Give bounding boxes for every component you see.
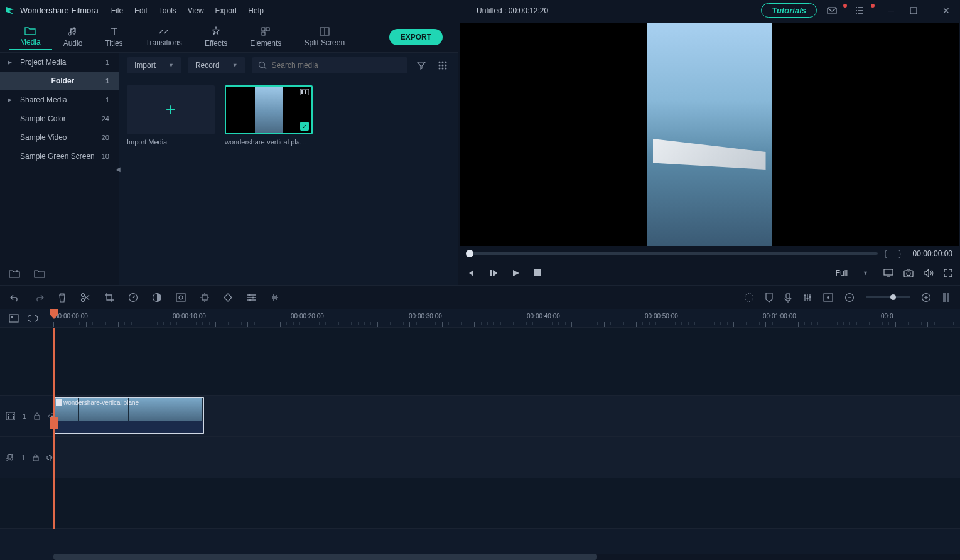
timeline-settings-icon[interactable]	[9, 314, 19, 323]
media-clip-card[interactable]: ✓ wondershare-vertical pla...	[225, 85, 313, 146]
crop-icon[interactable]	[104, 293, 114, 303]
scrollbar-thumb[interactable]	[53, 554, 597, 560]
tab-media[interactable]: Media	[9, 24, 52, 50]
tab-audio[interactable]: Audio	[52, 24, 94, 50]
menu-file[interactable]: File	[111, 6, 123, 15]
audio-mixer-icon[interactable]	[803, 293, 812, 303]
undo-icon[interactable]	[10, 293, 20, 302]
green-screen-icon[interactable]	[176, 293, 186, 302]
zoom-out-icon[interactable]	[844, 293, 855, 303]
sidebar-sample-green-screen[interactable]: Sample Green Screen 10	[0, 147, 119, 166]
redo-icon[interactable]	[34, 293, 44, 302]
sidebar-project-media[interactable]: ▶ Project Media 1	[0, 53, 119, 72]
svg-point-12	[442, 65, 444, 67]
tutorials-button[interactable]: Tutorials	[761, 3, 817, 18]
music-icon	[68, 26, 78, 36]
minimize-icon[interactable]: ─	[882, 6, 900, 16]
menu-view[interactable]: View	[188, 6, 204, 15]
svg-point-33	[252, 296, 254, 298]
speed-icon[interactable]	[128, 293, 138, 303]
svg-point-16	[445, 68, 447, 70]
svg-point-11	[439, 65, 441, 67]
messages-icon[interactable]	[827, 6, 844, 16]
preview-quality-dropdown[interactable]: Full ▼	[831, 266, 873, 280]
menu-help[interactable]: Help	[248, 6, 264, 15]
tab-elements[interactable]: Elements	[239, 24, 293, 50]
maximize-icon[interactable]	[910, 7, 927, 14]
clip-thumbnail	[255, 87, 283, 133]
plus-icon: +	[166, 100, 176, 120]
record-dropdown[interactable]: Record ▼	[188, 57, 245, 73]
play-icon[interactable]	[511, 269, 520, 277]
filter-icon[interactable]	[414, 58, 429, 73]
svg-point-32	[249, 294, 251, 296]
color-icon[interactable]	[152, 293, 162, 303]
sidebar-folder[interactable]: Folder 1	[0, 72, 119, 90]
zoom-slider-thumb[interactable]	[890, 294, 896, 300]
preview-viewport[interactable]	[460, 23, 959, 246]
zoom-slider[interactable]	[866, 296, 910, 298]
export-button[interactable]: EXPORT	[389, 29, 443, 45]
zoom-in-icon[interactable]	[921, 293, 931, 303]
keyframe-icon[interactable]	[224, 293, 232, 302]
check-icon: ✓	[300, 122, 309, 131]
search-input[interactable]	[272, 61, 401, 70]
tab-effects[interactable]: Effects	[193, 24, 239, 50]
tab-split-screen[interactable]: Split Screen	[293, 24, 356, 50]
mark-in-out-icon[interactable]: { }	[884, 249, 906, 258]
timeline-ruler[interactable]: 00:00:00:00 00:00:10:00 00:00:20:00 00:0…	[53, 309, 960, 327]
playhead[interactable]	[53, 328, 55, 529]
tab-titles[interactable]: Titles	[94, 24, 134, 50]
split-icon[interactable]	[80, 293, 90, 303]
new-folder-icon[interactable]	[9, 269, 20, 279]
audio-track-1: 1	[0, 437, 960, 478]
play-pause-icon[interactable]	[488, 269, 497, 277]
clip-play-icon	[56, 399, 62, 406]
lock-icon[interactable]	[33, 454, 39, 461]
sidebar-sample-video[interactable]: Sample Video 20	[0, 128, 119, 147]
collapse-sidebar-icon[interactable]: ◀	[116, 166, 121, 173]
svg-point-26	[82, 298, 85, 301]
import-media-card[interactable]: + Import Media	[127, 85, 215, 146]
tab-transitions[interactable]: Transitions	[134, 24, 193, 50]
prev-frame-icon[interactable]	[466, 269, 475, 277]
fullscreen-icon[interactable]	[944, 269, 952, 277]
scrubber-handle[interactable]	[466, 250, 473, 257]
menu-edit[interactable]: Edit	[134, 6, 148, 15]
menu-export[interactable]: Export	[215, 6, 237, 15]
voiceover-icon[interactable]	[784, 293, 792, 303]
svg-marker-0	[6, 7, 14, 14]
tab-transitions-label: Transitions	[146, 38, 182, 47]
lock-icon[interactable]	[34, 412, 40, 420]
track-spacer[interactable]	[0, 478, 960, 529]
zoom-fit-icon[interactable]	[942, 293, 950, 303]
audio-waveform-icon[interactable]	[270, 293, 280, 302]
timeline-clip[interactable]: wondershare-vertical plane	[53, 397, 204, 434]
svg-point-10	[445, 62, 447, 63]
track-number: 1	[21, 454, 25, 461]
track-spacer[interactable]	[0, 328, 960, 396]
timeline-scrollbar[interactable]	[53, 554, 960, 560]
import-dropdown[interactable]: Import ▼	[127, 57, 181, 73]
stop-icon[interactable]	[534, 269, 541, 277]
grid-view-icon[interactable]	[435, 58, 450, 73]
sidebar-sample-color[interactable]: Sample Color 24	[0, 109, 119, 128]
folder-icon[interactable]	[34, 269, 45, 279]
playhead-grip[interactable]	[50, 417, 58, 429]
task-list-icon[interactable]	[855, 6, 872, 16]
close-icon[interactable]: ✕	[937, 6, 955, 16]
render-icon[interactable]	[744, 293, 754, 303]
motion-tracking-icon[interactable]	[200, 293, 210, 303]
volume-icon[interactable]	[924, 269, 934, 277]
marker-icon[interactable]	[765, 293, 773, 303]
search-media-box[interactable]	[252, 57, 407, 73]
display-icon[interactable]	[883, 269, 893, 277]
auto-ripple-icon[interactable]	[28, 313, 38, 323]
menu-tools[interactable]: Tools	[159, 6, 176, 15]
preview-scrubber[interactable]	[466, 252, 878, 255]
sidebar-shared-media[interactable]: ▶ Shared Media 1	[0, 90, 119, 109]
screenshot-icon[interactable]	[823, 293, 833, 302]
snapshot-icon[interactable]	[903, 269, 914, 277]
adjust-icon[interactable]	[246, 293, 256, 302]
delete-icon[interactable]	[58, 293, 67, 303]
